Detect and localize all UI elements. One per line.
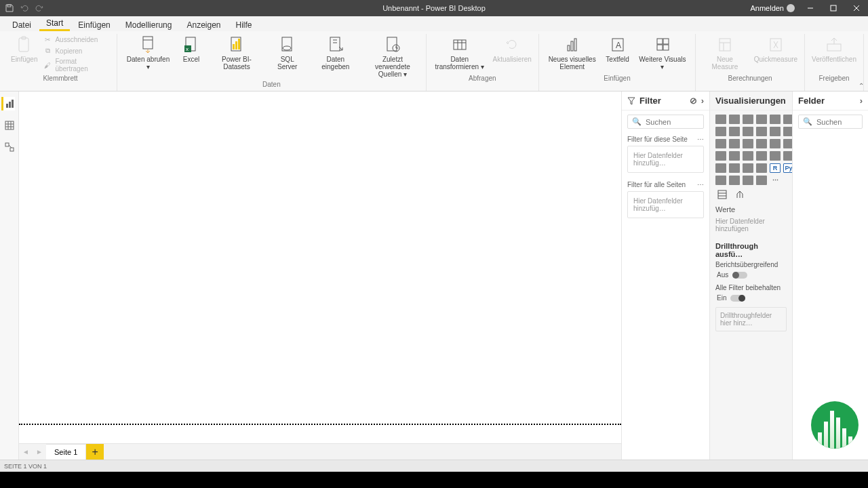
- report-view-button[interactable]: [1, 97, 15, 110]
- viz-clustered-bar[interactable]: [743, 115, 753, 124]
- viz-stacked-column[interactable]: [729, 115, 740, 124]
- textbox-button[interactable]: ATextfeld: [603, 34, 633, 64]
- page-next-button[interactable]: ►: [33, 444, 46, 460]
- viz-line-stacked[interactable]: [756, 127, 767, 136]
- filters-page-menu-icon[interactable]: ⋯: [697, 136, 704, 143]
- sign-in-button[interactable]: Anmelden: [746, 4, 799, 12]
- page-prev-button[interactable]: ◄: [19, 444, 33, 460]
- get-data-button[interactable]: Daten abrufen ▾: [121, 34, 175, 72]
- close-button[interactable]: [845, 0, 868, 16]
- filters-search[interactable]: 🔍: [627, 115, 704, 129]
- viz-stacked-bar[interactable]: [715, 115, 726, 124]
- paste-button: Einfügen: [8, 34, 40, 64]
- svg-rect-21: [387, 37, 397, 51]
- svg-rect-2: [831, 5, 836, 11]
- viz-card[interactable]: [770, 151, 781, 161]
- transform-data-button[interactable]: Daten transformieren ▾: [431, 34, 489, 72]
- ribbon: Einfügen ✂Ausschneiden ⧉Kopieren 🖌Format…: [0, 31, 868, 92]
- view-switcher: [0, 92, 19, 460]
- search-icon: 🔍: [803, 117, 812, 126]
- new-visual-button[interactable]: Neues visuelles Element: [543, 34, 601, 72]
- redo-icon[interactable]: [35, 4, 43, 12]
- viz-waterfall[interactable]: [715, 139, 726, 148]
- viz-shape-map[interactable]: [743, 151, 753, 161]
- save-icon[interactable]: [5, 4, 14, 12]
- title-bar: Unbenannt - Power BI Desktop Anmelden: [0, 0, 868, 16]
- tab-file[interactable]: Datei: [5, 18, 38, 31]
- add-page-button[interactable]: +: [86, 444, 104, 460]
- viz-scatter[interactable]: [743, 139, 753, 148]
- values-dropzone[interactable]: Hier Datenfelder hinzufügen: [715, 215, 787, 235]
- viz-line-clustered[interactable]: [770, 127, 781, 136]
- fields-well-icon[interactable]: [717, 189, 728, 200]
- viz-clustered-column[interactable]: [756, 115, 767, 124]
- svg-rect-44: [5, 121, 14, 129]
- keep-filters-toggle[interactable]: [730, 295, 745, 302]
- minimize-button[interactable]: [799, 0, 822, 16]
- copy-button: ⧉Kopieren: [41, 45, 113, 56]
- cross-report-label: Berichtsübergreifend: [710, 260, 792, 270]
- enter-data-button[interactable]: Daten eingeben: [309, 34, 362, 72]
- filters-all-dropzone[interactable]: Hier Datenfelder hinzufüg…: [627, 191, 704, 218]
- report-canvas[interactable]: ↖: [19, 92, 621, 443]
- page-tab-1[interactable]: Seite 1: [46, 444, 86, 460]
- sql-server-button[interactable]: SQL Server: [267, 34, 308, 72]
- avatar-icon: [787, 4, 795, 12]
- filters-toggle-icon[interactable]: ⊘: [690, 96, 697, 106]
- viz-filled-map[interactable]: [729, 151, 740, 161]
- viz-slicer[interactable]: [729, 163, 740, 173]
- viz-kpi[interactable]: [715, 163, 726, 173]
- fields-search[interactable]: 🔍: [798, 115, 863, 129]
- viz-r[interactable]: R: [770, 163, 781, 173]
- filters-collapse-icon[interactable]: ›: [701, 96, 704, 106]
- data-view-button[interactable]: [3, 119, 16, 132]
- viz-gauge[interactable]: [756, 151, 767, 161]
- publish-button: Veröffentlichen: [809, 34, 859, 64]
- undo-icon[interactable]: [20, 4, 28, 12]
- pbi-datasets-button[interactable]: Power BI-Datasets: [208, 34, 266, 72]
- viz-area[interactable]: [729, 127, 740, 136]
- fields-collapse-icon[interactable]: ›: [860, 96, 863, 106]
- drillthrough-dropzone[interactable]: Drillthroughfelder hier hinz…: [715, 307, 787, 331]
- maximize-button[interactable]: [822, 0, 845, 16]
- tab-view[interactable]: Anzeigen: [180, 18, 227, 31]
- tab-help[interactable]: Hilfe: [229, 18, 259, 31]
- viz-matrix[interactable]: [756, 163, 767, 173]
- viz-key-influencers[interactable]: [715, 176, 726, 185]
- viz-pie[interactable]: [756, 139, 767, 148]
- filters-all-menu-icon[interactable]: ⋯: [697, 181, 704, 188]
- filters-page-dropzone[interactable]: Hier Datenfelder hinzufüg…: [627, 146, 704, 173]
- svg-rect-15: [238, 39, 240, 49]
- recent-sources-button[interactable]: Zuletzt verwendete Quellen ▾: [363, 34, 422, 79]
- viz-table[interactable]: [743, 163, 753, 173]
- svg-text:x: x: [186, 46, 189, 52]
- cross-report-toggle[interactable]: [732, 272, 747, 279]
- fields-search-input[interactable]: [816, 118, 868, 126]
- collapse-ribbon-icon[interactable]: ⌃: [859, 82, 864, 89]
- viz-decomposition[interactable]: [729, 176, 740, 185]
- viz-funnel[interactable]: [729, 139, 740, 148]
- tab-insert[interactable]: Einfügen: [71, 18, 117, 31]
- tab-modeling[interactable]: Modellierung: [119, 18, 179, 31]
- brand-logo: [811, 401, 859, 449]
- values-label: Werte: [710, 204, 792, 215]
- keep-filters-state: Ein: [717, 294, 726, 302]
- viz-line[interactable]: [715, 127, 726, 136]
- viz-more[interactable]: ⋯: [770, 176, 781, 185]
- viz-title: Visualisierungen: [715, 96, 786, 106]
- viz-100-bar[interactable]: [770, 115, 781, 124]
- viz-donut[interactable]: [770, 139, 781, 148]
- viz-qa[interactable]: [743, 176, 753, 185]
- format-well-icon[interactable]: [734, 189, 745, 200]
- more-visuals-button[interactable]: Weitere Visuals ▾: [634, 34, 692, 72]
- viz-map[interactable]: [715, 151, 726, 161]
- canvas-boundary: [19, 424, 621, 425]
- viz-arcgis line[interactable]: [756, 176, 767, 185]
- page-tabs: ◄ ► Seite 1 +: [19, 443, 621, 460]
- model-view-button[interactable]: [3, 140, 16, 154]
- brush-icon: 🖌: [43, 60, 52, 70]
- tab-start[interactable]: Start: [39, 16, 70, 31]
- group-insert-label: Einfügen: [604, 73, 630, 85]
- excel-button[interactable]: xExcel: [176, 34, 206, 64]
- viz-stacked-area[interactable]: [743, 127, 753, 136]
